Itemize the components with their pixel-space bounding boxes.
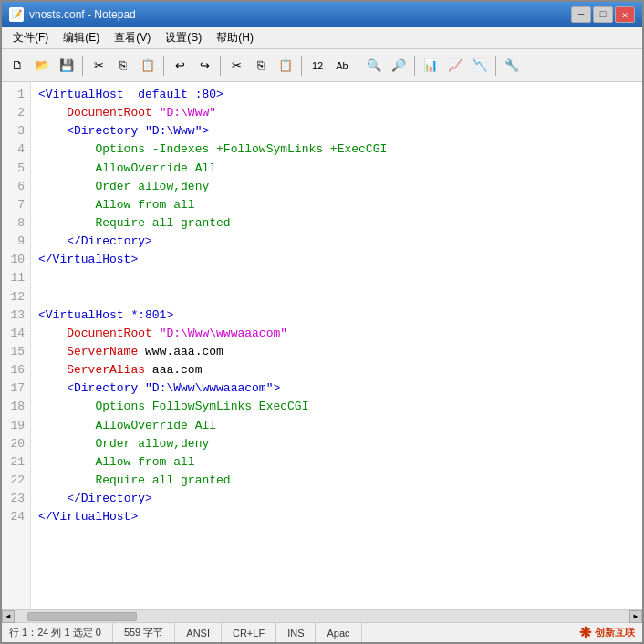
toolbar-chart2[interactable]: 📈 bbox=[443, 54, 467, 78]
toolbar-copy[interactable]: ⎘ bbox=[111, 54, 135, 78]
status-bytes: 559 字节 bbox=[113, 623, 175, 642]
toolbar-save[interactable]: 💾 bbox=[55, 54, 78, 78]
status-lineending: CR+LF bbox=[222, 623, 276, 642]
maximize-button[interactable]: □ bbox=[593, 6, 613, 23]
toolbar-paste[interactable]: 📋 bbox=[136, 54, 160, 78]
title-bar: 📝 vhosts.conf - Notepad ─ □ ✕ bbox=[2, 2, 642, 27]
status-position: 行 1：24 列 1 选定 0 bbox=[9, 623, 113, 642]
horizontal-scrollbar[interactable]: ◀ ▶ bbox=[2, 609, 642, 622]
toolbar-search2[interactable]: 🔎 bbox=[387, 54, 410, 78]
toolbar-separator-4 bbox=[301, 56, 302, 76]
toolbar-abc[interactable]: Ab bbox=[330, 54, 354, 78]
toolbar-chart3[interactable]: 📉 bbox=[468, 54, 492, 78]
toolbar-separator-1 bbox=[82, 56, 83, 76]
title-bar-left: 📝 vhosts.conf - Notepad bbox=[9, 7, 136, 22]
toolbar-separator-6 bbox=[414, 56, 415, 76]
app-icon: 📝 bbox=[9, 7, 24, 22]
scroll-thumb[interactable] bbox=[27, 612, 137, 621]
window-title: vhosts.conf - Notepad bbox=[29, 8, 136, 21]
status-encoding: ANSI bbox=[175, 623, 222, 642]
toolbar-cut2[interactable]: ✂ bbox=[224, 54, 248, 78]
line-numbers: 1 2 3 4 5 6 7 8 9 10 11 12 13 14 15 16 1… bbox=[2, 82, 31, 609]
toolbar-new[interactable]: 🗋 bbox=[5, 54, 29, 78]
toolbar-settings[interactable]: 🔧 bbox=[500, 54, 524, 78]
status-extra: Apac bbox=[316, 623, 361, 642]
toolbar-chart1[interactable]: 📊 bbox=[419, 54, 442, 78]
main-window: 📝 vhosts.conf - Notepad ─ □ ✕ 文件(F) 编辑(E… bbox=[0, 0, 644, 644]
status-bar: 行 1：24 列 1 选定 0 559 字节 ANSI CR+LF INS Ap… bbox=[2, 622, 642, 642]
watermark: ❋ 创新互联 bbox=[579, 624, 635, 641]
editor-container: 1 2 3 4 5 6 7 8 9 10 11 12 13 14 15 16 1… bbox=[2, 82, 642, 609]
menu-help[interactable]: 帮助(H) bbox=[209, 28, 261, 47]
toolbar-undo[interactable]: ↩ bbox=[168, 54, 192, 78]
toolbar-separator-5 bbox=[358, 56, 358, 76]
window-controls: ─ □ ✕ bbox=[571, 6, 635, 23]
toolbar-copy2[interactable]: ⎘ bbox=[249, 54, 273, 78]
toolbar-open[interactable]: 📂 bbox=[30, 54, 54, 78]
toolbar-num[interactable]: 12 bbox=[306, 54, 329, 78]
toolbar-paste2[interactable]: 📋 bbox=[274, 54, 297, 78]
scroll-left-arrow[interactable]: ◀ bbox=[2, 610, 15, 623]
toolbar-search1[interactable]: 🔍 bbox=[362, 54, 386, 78]
close-button[interactable]: ✕ bbox=[615, 6, 635, 23]
toolbar-redo[interactable]: ↪ bbox=[192, 54, 216, 78]
code-editor[interactable]: <VirtualHost _default_:80> DocumentRoot … bbox=[31, 82, 642, 609]
menu-settings[interactable]: 设置(S) bbox=[158, 28, 209, 47]
toolbar-separator-2 bbox=[163, 56, 164, 76]
scroll-right-arrow[interactable]: ▶ bbox=[629, 610, 642, 623]
toolbar-separator-7 bbox=[495, 56, 496, 76]
menu-view[interactable]: 查看(V) bbox=[107, 28, 158, 47]
menu-bar: 文件(F) 编辑(E) 查看(V) 设置(S) 帮助(H) bbox=[2, 27, 642, 49]
toolbar-cut[interactable]: ✂ bbox=[87, 54, 110, 78]
menu-file[interactable]: 文件(F) bbox=[5, 28, 56, 47]
toolbar-separator-3 bbox=[220, 56, 221, 76]
toolbar: 🗋 📂 💾 ✂ ⎘ 📋 ↩ ↪ ✂ ⎘ 📋 12 Ab 🔍 🔎 📊 📈 📉 🔧 bbox=[2, 49, 642, 82]
status-mode: INS bbox=[276, 623, 316, 642]
menu-edit[interactable]: 编辑(E) bbox=[56, 28, 107, 47]
minimize-button[interactable]: ─ bbox=[571, 6, 591, 23]
